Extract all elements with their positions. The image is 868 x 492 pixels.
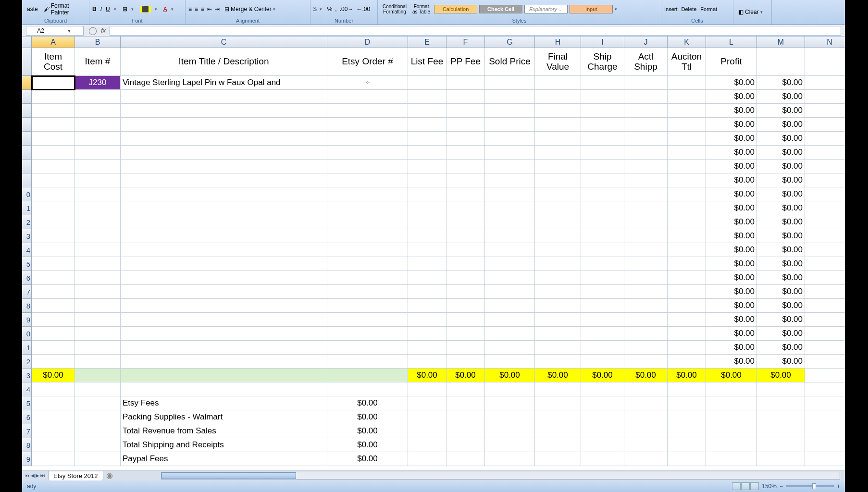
data-cell[interactable] — [805, 160, 845, 173]
data-cell[interactable] — [624, 118, 668, 132]
data-cell[interactable] — [805, 104, 845, 118]
data-cell[interactable] — [121, 382, 327, 396]
data-cell[interactable] — [121, 271, 327, 285]
totals-cell[interactable]: $0.00 — [446, 369, 485, 382]
data-cell[interactable] — [408, 90, 446, 104]
data-cell[interactable] — [535, 187, 581, 201]
data-cell[interactable] — [408, 243, 446, 257]
data-cell[interactable] — [581, 118, 624, 132]
summary-cell[interactable] — [706, 410, 757, 424]
data-cell[interactable] — [624, 271, 668, 285]
data-cell[interactable] — [327, 132, 408, 146]
data-cell[interactable] — [535, 257, 581, 271]
totals-cell[interactable]: $0.00 — [408, 369, 446, 382]
data-cell[interactable] — [32, 327, 75, 341]
data-cell[interactable] — [668, 173, 706, 187]
totals-cell[interactable] — [805, 369, 845, 382]
column-header[interactable]: L — [706, 37, 757, 48]
data-cell[interactable]: $0.00 — [706, 187, 757, 201]
header-cell[interactable]: List Fee — [408, 48, 446, 76]
increase-indent-button[interactable]: ⇥ — [215, 6, 220, 12]
sheet-nav-last[interactable]: ⏭ — [40, 473, 45, 478]
row-header[interactable]: 6 — [22, 410, 32, 424]
summary-cell[interactable] — [75, 424, 121, 438]
summary-cell[interactable] — [805, 424, 845, 438]
data-cell[interactable] — [581, 271, 624, 285]
header-cell[interactable]: AucitonTtl — [668, 48, 706, 76]
style-calculation[interactable]: Calculation — [434, 5, 477, 13]
paste-button[interactable]: aste — [25, 5, 40, 13]
data-cell[interactable] — [581, 285, 624, 299]
header-cell[interactable]: Ship Charge — [581, 48, 624, 76]
data-cell[interactable] — [485, 355, 535, 369]
data-cell[interactable] — [535, 243, 581, 257]
row-header[interactable] — [22, 90, 32, 104]
data-cell[interactable] — [624, 355, 668, 369]
summary-cell[interactable] — [446, 424, 485, 438]
data-cell[interactable] — [121, 160, 327, 173]
data-cell[interactable]: $0.00 — [757, 201, 805, 215]
data-cell[interactable] — [408, 271, 446, 285]
column-header[interactable]: D — [327, 37, 408, 48]
row-header[interactable] — [22, 160, 32, 173]
merge-center-button[interactable]: ⊟Merge & Center▾ — [223, 5, 280, 13]
summary-cell[interactable] — [75, 410, 121, 424]
data-cell[interactable]: $0.00 — [757, 327, 805, 341]
summary-cell[interactable] — [757, 396, 805, 410]
data-cell[interactable] — [32, 341, 75, 355]
row-header[interactable]: 2 — [22, 215, 32, 229]
currency-button[interactable]: $ — [313, 6, 317, 12]
data-cell[interactable] — [485, 173, 535, 187]
data-cell[interactable]: $0.00 — [757, 104, 805, 118]
data-cell[interactable] — [581, 243, 624, 257]
summary-cell[interactable] — [706, 396, 757, 410]
data-cell[interactable] — [121, 187, 327, 201]
data-cell[interactable] — [581, 90, 624, 104]
data-cell[interactable] — [121, 201, 327, 215]
data-cell[interactable] — [446, 313, 485, 327]
data-cell[interactable] — [32, 229, 75, 243]
data-cell[interactable]: $0.00 — [757, 76, 805, 90]
summary-cell[interactable] — [581, 438, 624, 452]
data-cell[interactable] — [668, 90, 706, 104]
summary-cell[interactable]: $0.00 — [327, 438, 408, 452]
column-headers[interactable]: ABCDEFGHIJKLMN — [32, 37, 845, 48]
data-cell[interactable] — [535, 229, 581, 243]
row-header[interactable]: 0 — [22, 187, 32, 201]
data-cell[interactable] — [668, 118, 706, 132]
summary-cell[interactable] — [535, 438, 581, 452]
data-cell[interactable] — [121, 341, 327, 355]
summary-cell[interactable] — [75, 438, 121, 452]
data-cell[interactable] — [805, 382, 845, 396]
data-cell[interactable] — [581, 201, 624, 215]
data-cell[interactable] — [32, 285, 75, 299]
summary-cell[interactable] — [668, 424, 706, 438]
data-cell[interactable] — [75, 132, 121, 146]
summary-cell[interactable] — [408, 424, 446, 438]
row-header[interactable]: 0 — [22, 327, 32, 341]
data-cell[interactable]: $0.00 — [706, 271, 757, 285]
data-cell[interactable] — [32, 146, 75, 160]
data-cell[interactable] — [581, 215, 624, 229]
data-cell[interactable] — [581, 313, 624, 327]
data-cell[interactable] — [408, 257, 446, 271]
page-layout-view-button[interactable] — [741, 482, 750, 490]
data-cell[interactable] — [624, 215, 668, 229]
data-cell[interactable] — [668, 285, 706, 299]
column-header[interactable]: E — [408, 37, 446, 48]
summary-cell[interactable] — [805, 396, 845, 410]
data-cell[interactable] — [408, 76, 446, 90]
data-cell[interactable] — [408, 341, 446, 355]
data-cell[interactable] — [32, 215, 75, 229]
data-cell[interactable] — [75, 229, 121, 243]
data-cell[interactable]: $0.00 — [706, 341, 757, 355]
data-cell[interactable] — [75, 243, 121, 257]
data-cell[interactable] — [408, 313, 446, 327]
data-cell[interactable] — [32, 201, 75, 215]
data-cell[interactable] — [327, 243, 408, 257]
row-header[interactable]: 1 — [22, 201, 32, 215]
data-cell[interactable]: $0.00 — [706, 201, 757, 215]
data-cell[interactable] — [121, 355, 327, 369]
header-cell[interactable]: Final Value — [535, 48, 581, 76]
data-cell[interactable] — [668, 327, 706, 341]
